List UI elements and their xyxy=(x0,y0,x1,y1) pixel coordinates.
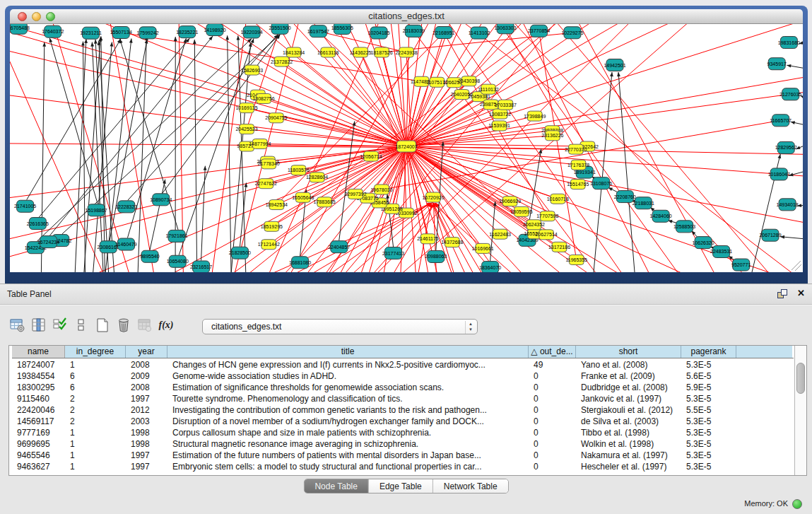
svg-text:23216517: 23216517 xyxy=(190,264,212,269)
table-row[interactable]: 1830029562008Estimation of significance … xyxy=(12,382,794,393)
column-header-name[interactable]: name xyxy=(12,346,65,358)
column-header-in_degree[interactable]: in_degree xyxy=(65,346,126,358)
memory-status-icon[interactable] xyxy=(792,499,802,509)
svg-text:21828500: 21828500 xyxy=(229,250,251,255)
row-height-icon[interactable] xyxy=(72,316,90,334)
column-header-year[interactable]: year xyxy=(126,346,167,358)
table-row[interactable]: 969969511998Structural magnetic resonanc… xyxy=(12,438,794,450)
minimize-window-button[interactable] xyxy=(32,12,41,21)
table-row[interactable]: 1938455462009Genome-wide association stu… xyxy=(12,370,794,382)
svg-text:20671289: 20671289 xyxy=(759,233,781,238)
new-table-icon[interactable] xyxy=(93,316,112,334)
table-row[interactable]: 1456911722003Disruption of a novel membe… xyxy=(12,416,794,427)
cell-in_degree: 6 xyxy=(65,370,126,382)
tab-network-table[interactable]: Network Table xyxy=(433,479,508,493)
window-titlebar[interactable]: citations_edges.txt xyxy=(10,9,803,24)
svg-text:18364070: 18364070 xyxy=(479,265,501,270)
cell-short: Yano et al. (2008) xyxy=(576,359,681,370)
tab-edge-table[interactable]: Edge Table xyxy=(369,479,433,493)
table-row[interactable]: 946362711997Embryonic stem cells: a mode… xyxy=(12,461,794,472)
table-settings-icon[interactable] xyxy=(8,316,27,334)
table-panel-body: f(x) citations_edges.txt ▲▼ namein_degre… xyxy=(0,304,812,514)
cell-name: 9777169 xyxy=(12,427,65,438)
cell-title: Structural magnetic resonance image aver… xyxy=(167,438,529,450)
svg-text:21276035: 21276035 xyxy=(779,92,801,97)
column-header-pagerank[interactable]: pagerank xyxy=(681,346,736,358)
float-panel-icon[interactable] xyxy=(777,289,788,299)
table-panel: Table Panel ✕ xyxy=(0,284,812,514)
cell-name: 18300295 xyxy=(12,382,65,393)
svg-text:10229275: 10229275 xyxy=(561,30,583,35)
svg-text:12828604: 12828604 xyxy=(306,175,328,180)
delete-table-icon[interactable] xyxy=(114,316,133,334)
table-row[interactable]: 977716911998Corpus callosum shape and si… xyxy=(12,427,794,438)
column-header-filler[interactable] xyxy=(736,346,792,358)
svg-text:18059595: 18059595 xyxy=(510,209,532,214)
svg-text:23551500: 23551500 xyxy=(269,25,290,30)
svg-text:17176378: 17176378 xyxy=(567,163,589,168)
svg-text:15198867: 15198867 xyxy=(86,208,107,213)
close-panel-icon[interactable]: ✕ xyxy=(797,288,805,298)
svg-text:12829562: 12829562 xyxy=(775,145,797,150)
svg-text:10169135: 10169135 xyxy=(235,105,257,110)
table-row[interactable]: 1872400712008Changes of HCN gene express… xyxy=(12,359,794,370)
svg-text:22404857: 22404857 xyxy=(328,245,350,250)
network-window: citations_edges.txt 18724007167054881764… xyxy=(5,6,808,284)
cell-year: 1997 xyxy=(126,393,167,404)
cell-out_degree: 0 xyxy=(529,382,576,393)
citation-network-graph[interactable]: 1872400716705488176403721923121115507134… xyxy=(10,24,803,272)
select-columns-icon[interactable] xyxy=(30,316,48,334)
cell-out_degree: 0 xyxy=(529,461,576,472)
column-header-title[interactable]: title xyxy=(167,346,529,358)
cell-pagerank: 5.3E-5 xyxy=(681,359,736,370)
column-header-short[interactable]: short xyxy=(576,346,681,358)
table-row[interactable]: 946554611997Estimation of the future num… xyxy=(12,450,794,461)
svg-text:16613118: 16613118 xyxy=(317,50,339,55)
cell-year: 2008 xyxy=(126,382,167,393)
cell-title: Estimation of significance thresholds fo… xyxy=(167,382,529,393)
cell-pagerank: 5.3E-5 xyxy=(681,450,736,461)
svg-text:20904755: 20904755 xyxy=(265,115,287,120)
svg-text:11803576: 11803576 xyxy=(288,168,310,173)
network-canvas[interactable]: 1872400716705488176403721923121115507134… xyxy=(10,24,803,272)
table-scrollbar-thumb[interactable] xyxy=(796,363,805,394)
svg-text:14198920: 14198920 xyxy=(204,28,225,33)
zoom-window-button[interactable] xyxy=(46,12,55,21)
svg-text:17033387: 17033387 xyxy=(495,103,517,107)
cell-title: Tourette syndrome. Phenomenology and cla… xyxy=(167,393,529,404)
column-header-out_de...[interactable]: △ out_de... xyxy=(529,346,576,358)
table-row[interactable]: 911546021997Tourette syndrome. Phenomeno… xyxy=(12,393,794,404)
cell-out_degree: 0 xyxy=(529,427,576,438)
table-row[interactable]: 2242004622012Investigating the contribut… xyxy=(12,404,794,416)
node-table: namein_degreeyeartitle△ out_de...shortpa… xyxy=(8,345,807,476)
svg-text:14934018: 14934018 xyxy=(777,202,799,207)
svg-text:11539391: 11539391 xyxy=(488,123,510,128)
function-builder-icon[interactable]: f(x) xyxy=(157,316,175,334)
table-select-dropdown[interactable]: citations_edges.txt ▲▼ xyxy=(202,319,478,334)
svg-text:18556305: 18556305 xyxy=(331,25,353,30)
svg-text:20627514: 20627514 xyxy=(535,232,557,237)
svg-text:10890734: 10890734 xyxy=(150,197,172,202)
svg-text:22616365: 22616365 xyxy=(27,221,49,226)
cell-name: 9699695 xyxy=(12,438,65,450)
svg-text:13083722: 13083722 xyxy=(489,112,511,117)
close-window-button[interactable] xyxy=(18,12,27,21)
cell-title: Changes of HCN gene expression and I(f) … xyxy=(167,359,529,370)
table-scrollbar[interactable] xyxy=(794,346,806,475)
svg-text:9345917: 9345917 xyxy=(767,62,787,66)
svg-text:14942501: 14942501 xyxy=(604,63,625,68)
cell-name: 9463627 xyxy=(12,461,65,472)
svg-text:14284060: 14284060 xyxy=(650,214,672,218)
svg-text:21741005: 21741005 xyxy=(14,204,36,209)
svg-text:10186047: 10186047 xyxy=(768,172,790,177)
svg-text:12228323: 12228323 xyxy=(115,204,137,209)
table-header-row: namein_degreeyeartitle△ out_de...shortpa… xyxy=(12,346,794,358)
svg-text:20425523: 20425523 xyxy=(235,127,257,132)
select-rows-icon[interactable] xyxy=(51,316,69,334)
svg-text:19066929: 19066929 xyxy=(499,199,521,204)
cell-out_degree: 0 xyxy=(529,370,576,382)
svg-text:17707598: 17707598 xyxy=(536,214,558,218)
tab-node-table[interactable]: Node Table xyxy=(304,479,369,493)
svg-text:18724007: 18724007 xyxy=(395,144,417,149)
svg-text:16705488: 16705488 xyxy=(10,25,30,30)
